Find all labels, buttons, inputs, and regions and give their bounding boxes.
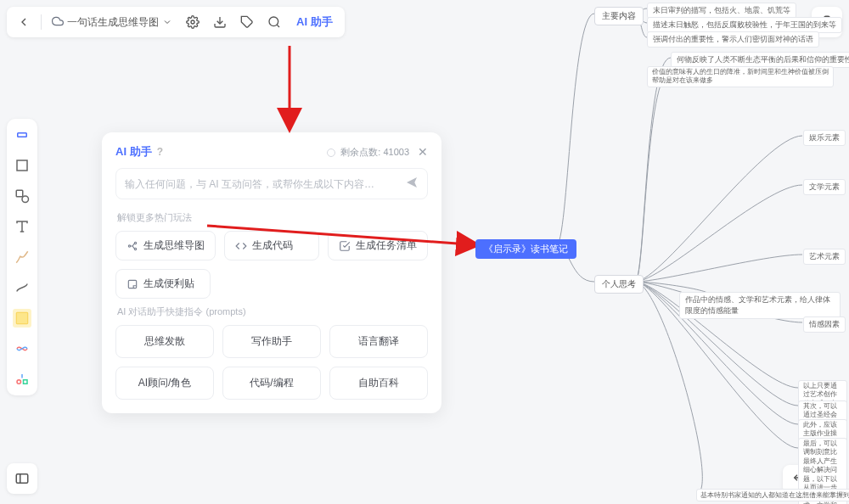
frame-tool[interactable] [13,156,31,175]
chevron-down-icon [162,17,172,27]
export-button[interactable] [208,10,232,34]
svg-rect-8 [16,190,23,197]
cat-art[interactable]: 艺术元素 [803,249,846,265]
sticky-icon [127,278,138,290]
pen-tool[interactable] [13,248,31,266]
svg-rect-7 [17,160,27,171]
sticky-note-tool[interactable] [13,309,31,328]
svg-rect-15 [24,380,28,384]
close-button[interactable]: ✕ [418,145,428,159]
ai-input-row [115,168,428,199]
svg-point-14 [17,380,21,384]
select-tool[interactable] [13,126,31,144]
ai-assistant-link[interactable]: AI 助手 [290,14,340,30]
tag-button[interactable] [235,10,259,34]
prompt-translate[interactable]: 语言翻译 [329,325,428,358]
prompt-writing[interactable]: 写作助手 [222,325,321,358]
more-shapes-tool[interactable] [13,370,31,389]
svg-point-9 [22,196,29,203]
connector-tool[interactable] [13,278,31,297]
left-toolbar [7,119,37,395]
annotation-arrow-right [207,221,479,257]
svg-line-4 [277,25,279,27]
cat-entertainment[interactable]: 娱乐元素 [803,130,846,146]
ai-prompt-input[interactable] [125,178,398,190]
mindmap-root-node[interactable]: 《启示录》读书笔记 [475,239,576,259]
prompt-wiki[interactable]: 自助百科 [329,367,428,400]
back-button[interactable] [12,10,36,34]
settings-button[interactable] [181,10,205,34]
top-toolbar: 一句话生成思维导图 AI 助手 [7,7,345,37]
leaf-content-3[interactable]: 强调付出的重要性，警示人们密切面对神的话语 [647,31,819,48]
prompt-code[interactable]: 代码/编程 [222,367,321,400]
node-personal-thoughts[interactable]: 个人思考 [594,275,644,294]
shape-tool[interactable] [13,187,31,205]
document-title-text: 一句话生成思维导图 [67,15,159,30]
section-prompts-title: AI 对话助手快捷指令 (prompts) [117,305,428,318]
annotation-arrow-down [277,46,302,133]
cat-emotion[interactable]: 情感因素 [803,316,846,333]
node-main-content[interactable]: 主要内容 [594,7,644,25]
action-generate-sticky[interactable]: 生成便利贴 [115,269,211,299]
svg-point-0 [191,20,194,24]
action-generate-mindmap[interactable]: 生成思维导图 [115,231,216,260]
svg-point-19 [134,242,136,244]
send-button[interactable] [405,176,419,192]
svg-point-20 [134,248,136,249]
leaf-footer[interactable]: 基本特别书家通知的人都知道在这想借来能掌握到更过的 [696,489,849,501]
svg-rect-21 [128,280,136,288]
ai-assistant-panel: AI 助手 ? 剩余点数: 41003 ✕ 解锁更多热门玩法 生成思维导图 生成… [102,132,441,413]
svg-rect-6 [18,133,27,137]
svg-rect-12 [16,312,28,324]
svg-line-23 [207,226,469,244]
svg-point-18 [128,244,130,246]
svg-rect-16 [16,474,28,484]
leaf-thought-2[interactable]: 价值的意味有人的生日的降准，新时间里和生神价值被压倒帮助是对在该来做多 [647,66,834,87]
search-button[interactable] [262,10,286,34]
cat-literature[interactable]: 文学元素 [803,179,846,195]
leaf-art-detail[interactable]: 作品中的情感、文学和艺术元素，给人律体限度的情感能量 [679,292,841,319]
svg-point-3 [269,17,278,26]
prompt-advisor[interactable]: AI顾问/角色 [115,367,214,400]
points-remaining: 剩余点数: 41003 [327,146,409,159]
prompt-diverge[interactable]: 思维发散 [115,325,214,358]
mindmap-icon [127,240,138,252]
help-icon[interactable]: ? [157,146,163,158]
text-tool[interactable] [13,217,31,236]
mindmap-tool[interactable] [13,339,31,358]
cloud-icon [52,15,64,30]
document-title[interactable]: 一句话生成思维导图 [47,15,177,30]
ai-panel-title: AI 助手 ? [115,144,163,160]
layers-button[interactable] [7,463,37,494]
